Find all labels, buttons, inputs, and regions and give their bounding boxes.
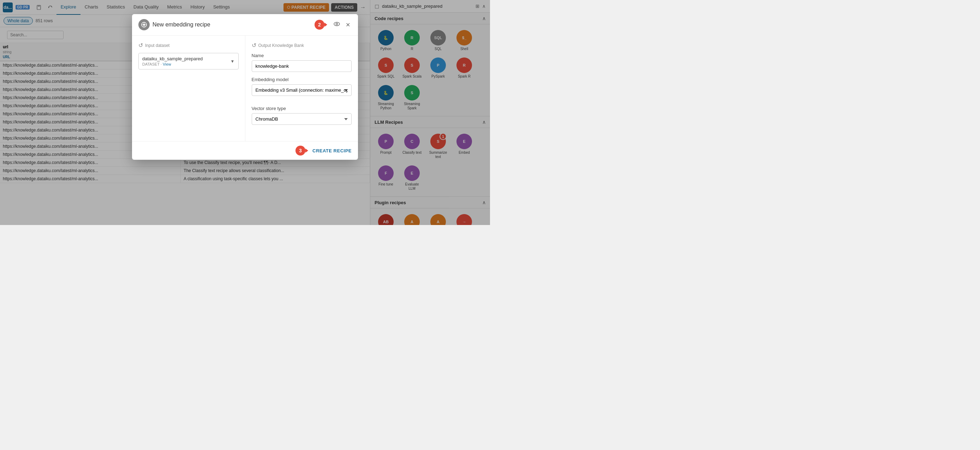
vector-store-select[interactable]: ChromaDBPineconeWeaviateFAISS [252, 113, 352, 125]
modal-close-button[interactable]: ✕ [344, 20, 352, 30]
dataset-meta: DATASET · View [142, 62, 231, 66]
embedding-model-label: Embedding model [252, 77, 352, 82]
modal-title: New embedding recipe [153, 22, 312, 28]
step2-badge: 2 [315, 20, 325, 30]
step3-badge: 3 [296, 146, 305, 155]
modal-footer: 3 CREATE RECIPE [132, 141, 358, 160]
svg-point-10 [336, 23, 338, 25]
modal-header-icon [138, 19, 150, 30]
svg-point-4 [143, 24, 145, 26]
embedding-model-select[interactable]: Embedding v3 Small (connection: maxime_o… [252, 84, 352, 96]
modal-overlay: New embedding recipe 2 ✕ ↺ Input dataset [0, 0, 490, 225]
modal-body: ↺ Input dataset dataiku_kb_sample_prepar… [132, 36, 358, 141]
dataset-dropdown[interactable]: dataiku_kb_sample_prepared DATASET · Vie… [138, 53, 239, 70]
dataset-value: dataiku_kb_sample_prepared [142, 56, 231, 61]
dataset-view-link[interactable]: View [163, 62, 171, 66]
embedding-recipe-modal: New embedding recipe 2 ✕ ↺ Input dataset [132, 14, 358, 160]
output-pane-title: ↺ Output Knowledge Bank [252, 42, 352, 49]
input-dataset-pane: ↺ Input dataset dataiku_kb_sample_prepar… [132, 36, 245, 141]
modal-header: New embedding recipe 2 ✕ [132, 14, 358, 36]
input-pane-title: ↺ Input dataset [138, 42, 239, 49]
modal-header-actions: ✕ [332, 20, 352, 30]
name-label: Name [252, 53, 352, 58]
output-kb-pane: ↺ Output Knowledge Bank Name Embedding m… [245, 36, 358, 141]
name-input[interactable] [252, 60, 352, 72]
modal-eye-button[interactable] [332, 20, 341, 29]
dataset-dropdown-arrow: ▼ [231, 59, 235, 64]
create-recipe-button[interactable]: CREATE RECIPE [312, 148, 352, 154]
svg-point-9 [334, 22, 340, 26]
vector-store-label: Vector store type [252, 106, 352, 111]
